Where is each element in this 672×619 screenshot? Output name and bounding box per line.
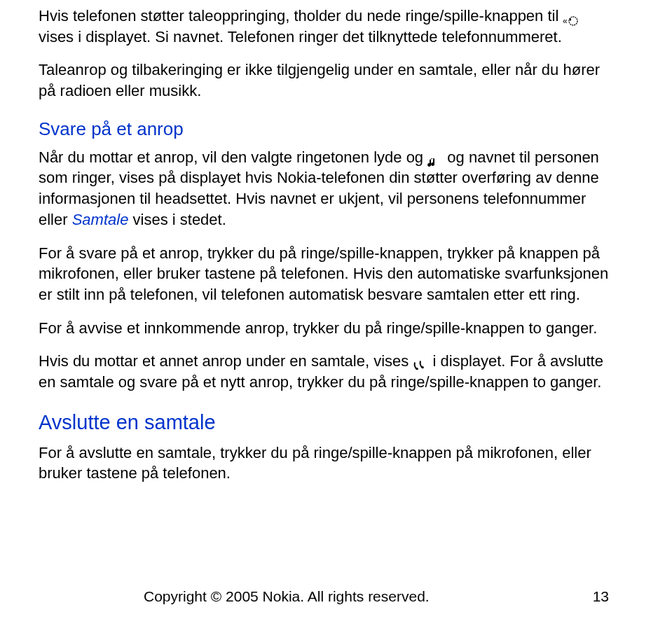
para6-part1: Hvis du mottar et annet anrop under en s… — [39, 352, 413, 370]
footer: Copyright © 2005 Nokia. All rights reser… — [0, 588, 672, 605]
footer-copyright: Copyright © 2005 Nokia. All rights reser… — [144, 588, 430, 605]
para3-italic: Samtale — [72, 211, 129, 228]
svg-point-1 — [569, 17, 577, 25]
svg-text:«: « — [563, 16, 568, 26]
paragraph-7: For å avslutte en samtale, trykker du på… — [39, 443, 616, 484]
paragraph-4: For å svare på et anrop, trykker du på r… — [39, 243, 616, 305]
paragraph-2: Taleanrop og tilbakeringing er ikke tilg… — [39, 60, 616, 101]
paragraph-5: For å avvise et innkommende anrop, trykk… — [39, 318, 616, 339]
paragraph-1: Hvis telefonen støtter taleoppringing, t… — [39, 6, 616, 47]
para3-part1: Når du mottar et anrop, vil den valgte r… — [39, 148, 427, 166]
heading-answer-call: Svare på et anrop — [39, 118, 616, 140]
para1-part2: vises i displayet. Si navnet. Telefonen … — [39, 28, 562, 46]
redial-icon: « — [563, 11, 578, 22]
paragraph-3: Når du mottar et anrop, vil den valgte r… — [39, 147, 616, 230]
double-handset-icon — [413, 356, 428, 368]
para3-part3: vises i stedet. — [133, 211, 226, 228]
paragraph-6: Hvis du mottar et annet anrop under en s… — [39, 351, 616, 392]
music-note-icon — [427, 153, 443, 164]
footer-page-number: 13 — [593, 588, 609, 605]
heading-end-call: Avslutte en samtale — [39, 411, 616, 434]
para1-part1: Hvis telefonen støtter taleoppringing, t… — [39, 7, 563, 25]
